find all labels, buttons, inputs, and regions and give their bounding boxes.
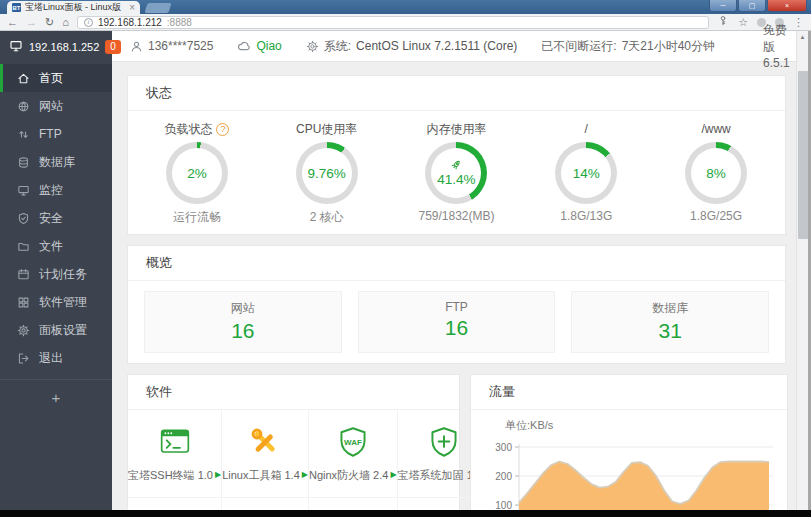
overview-box-database[interactable]: 数据库 31 (571, 291, 769, 353)
sidebar-item-label: 监控 (39, 182, 63, 199)
person-icon (130, 40, 143, 53)
shield-plus-icon (428, 425, 460, 459)
scrollbar-thumb[interactable] (798, 71, 808, 239)
browser-tab[interactable]: BT 宝塔Linux面板 - Linux版 × (7, 1, 140, 14)
software-item-ssh-terminal[interactable]: 宝塔SSH终端 1.0▶ (128, 410, 222, 498)
traffic-body: 单位:KB/s 100200300 (471, 410, 787, 517)
sidebar-item-label: 首页 (39, 70, 63, 87)
sidebar-item-files[interactable]: 文件 (0, 232, 112, 260)
reload-icon[interactable]: ↻ (45, 17, 54, 28)
software-grid: 宝塔SSH终端 1.0▶ Linux工具箱 1.4▶ WAF Nginx防火墙 … (128, 410, 459, 517)
software-item-label: Nginx防火墙 2.4▶ (309, 468, 397, 483)
home-icon (17, 72, 30, 85)
browser-toolbar: ← → ↻ ⌂ i 192.168.1.212:8888 ☆ ⋮ (0, 14, 811, 31)
status-card-title: 状态 (128, 76, 785, 111)
gauge-donut: 2% (166, 142, 228, 204)
overview-box-site[interactable]: 网站 16 (144, 291, 342, 353)
browser-home-icon[interactable]: ⌂ (62, 17, 69, 28)
overview-card-title: 概览 (128, 246, 785, 281)
sidebar-item-soft[interactable]: 软件管理 (0, 288, 112, 316)
traffic-unit-label: 单位:KB/s (505, 418, 775, 433)
cloud-icon (237, 39, 251, 53)
toolbox-icon (249, 425, 281, 459)
gauge-label: 内存使用率 (396, 121, 516, 137)
gauge-memory: 内存使用率 41.4% 759/1832(MB) (396, 121, 516, 226)
folder-icon (17, 240, 30, 253)
sidebar-item-settings[interactable]: 面板设置 (0, 316, 112, 344)
overview-value: 31 (572, 319, 768, 343)
gauge-value: 9.76% (308, 166, 346, 181)
bookmark-star-icon[interactable]: ☆ (738, 17, 748, 28)
gauge-load: 负载状态? 2% 运行流畅 (137, 121, 257, 226)
gauge-donut: 14% (555, 142, 617, 204)
sidebar-item-label: 文件 (39, 238, 63, 255)
info-icon[interactable]: i (84, 18, 93, 27)
gauge-sublabel: 2 核心 (267, 209, 387, 226)
overview-box-ftp[interactable]: FTP 16 (358, 291, 556, 353)
system-info: 系统: CentOS Linux 7.2.1511 (Core) (306, 38, 518, 55)
url-host: 192.168.1.212 (98, 17, 162, 28)
server-monitor-icon (9, 39, 23, 55)
play-arrow-icon: ▶ (390, 471, 396, 479)
gauge-value: 2% (187, 166, 207, 181)
page-scrollbar[interactable]: ▲ (796, 31, 808, 517)
new-tab-button[interactable] (144, 3, 171, 13)
overview-label: FTP (359, 300, 555, 314)
maximize-button[interactable]: ▢ (738, 0, 766, 12)
sidebar-item-label: 面板设置 (39, 322, 87, 339)
software-item-linux-toolbox[interactable]: Linux工具箱 1.4▶ (222, 410, 309, 498)
database-icon (17, 156, 30, 169)
sidebar-item-ftp[interactable]: FTP (0, 120, 112, 148)
sidebar-item-database[interactable]: 数据库 (0, 148, 112, 176)
sidebar-item-label: 安全 (39, 210, 63, 227)
main-content: 状态 负载状态? 2% 运行流畅 CPU使用率 9.76% 2 核心 内存使用率… (112, 62, 796, 517)
sidebar-add-button[interactable]: + (0, 380, 112, 406)
traffic-chart: 100200300 (483, 433, 775, 517)
account-username[interactable]: Qiao (237, 39, 281, 53)
gauge-label: CPU使用率 (267, 121, 387, 137)
sidebar-item-security[interactable]: 安全 (0, 204, 112, 232)
gauge-sublabel: 759/1832(MB) (396, 209, 516, 223)
traffic-chart-svg: 100200300 (483, 433, 775, 517)
gauge-cpu: CPU使用率 9.76% 2 核心 (267, 121, 387, 226)
window-bottom-edge (0, 510, 811, 517)
status-gauges: 负载状态? 2% 运行流畅 CPU使用率 9.76% 2 核心 内存使用率 41… (128, 111, 785, 234)
gauge-value: 41.4% (437, 172, 475, 187)
forward-icon[interactable]: → (26, 17, 37, 28)
software-item-nginx-waf[interactable]: WAF Nginx防火墙 2.4▶ (309, 410, 398, 498)
terminal-icon (158, 425, 192, 459)
back-icon[interactable]: ← (7, 17, 18, 28)
sidebar-item-cron[interactable]: 计划任务 (0, 260, 112, 288)
software-card-title: 软件 (128, 375, 459, 410)
minimize-button[interactable]: ─ (709, 0, 737, 12)
gauge-donut: 41.4% (425, 142, 487, 204)
sidebar-item-home[interactable]: 首页 (0, 64, 112, 92)
sidebar-item-monitor[interactable]: 监控 (0, 176, 112, 204)
sidebar-item-site[interactable]: 网站 (0, 92, 112, 120)
app-header: 192.168.1.252 0 136****7525 Qiao 系统: Cen… (0, 31, 811, 62)
overview-value: 16 (145, 319, 341, 343)
close-window-button[interactable]: × (767, 0, 807, 12)
sidebar-nav: 首页 网站 FTP 数据库 监控 安全 文件 计划任务 软件管理 面板设置 退出 (0, 62, 112, 372)
sidebar-item-logout[interactable]: 退出 (0, 344, 112, 372)
monitor-icon (17, 184, 30, 197)
gauge-label: 负载状态? (137, 121, 257, 137)
bt-favicon: BT (12, 3, 21, 12)
scrollbar-up-icon[interactable]: ▲ (797, 31, 808, 43)
url-bar[interactable]: i 192.168.1.212:8888 (77, 16, 709, 29)
gauge-donut: 9.76% (296, 142, 358, 204)
menu-icon[interactable]: ⋮ (793, 17, 804, 28)
key-icon[interactable] (717, 15, 729, 29)
svg-text:WAF: WAF (344, 438, 362, 447)
browser-window: BT 宝塔Linux面板 - Linux版 × ─ ▢ × ← → ↻ ⌂ i … (0, 0, 811, 517)
account-phone[interactable]: 136****7525 (130, 39, 213, 53)
server-ip-header[interactable]: 192.168.1.252 0 (0, 31, 112, 62)
sidebar-item-label: 数据库 (39, 154, 75, 171)
overview-value: 16 (359, 316, 555, 340)
tab-title: 宝塔Linux面板 - Linux版 (25, 1, 125, 14)
help-icon[interactable]: ? (216, 123, 229, 136)
browser-titlebar: BT 宝塔Linux面板 - Linux版 × ─ ▢ × (0, 0, 811, 14)
status-card: 状态 负载状态? 2% 运行流畅 CPU使用率 9.76% 2 核心 内存使用率… (127, 75, 786, 235)
tab-close-icon[interactable]: × (129, 3, 135, 13)
window-controls: ─ ▢ × (709, 0, 807, 12)
